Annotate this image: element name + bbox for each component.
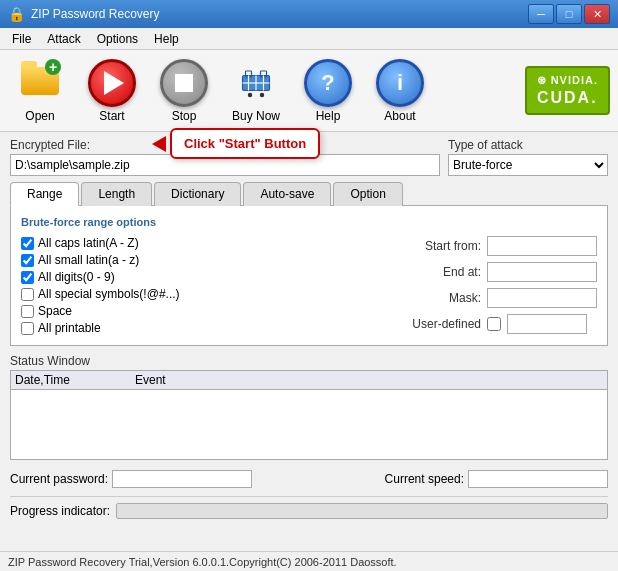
range-section-label: Brute-force range options (21, 216, 597, 228)
folder-tab-icon (21, 61, 37, 67)
checkbox-small-label: All small latin(a - z) (38, 253, 139, 267)
svg-point-7 (248, 92, 253, 97)
end-at-row: End at: (411, 262, 597, 282)
buynow-label: Buy Now (232, 109, 280, 123)
current-speed-value[interactable] (468, 470, 608, 488)
current-password-field: Current password: (10, 470, 252, 488)
tab-dictionary[interactable]: Dictionary (154, 182, 241, 206)
current-speed-label: Current speed: (385, 472, 464, 486)
app-icon: 🔒 (8, 6, 25, 22)
tab-autosave[interactable]: Auto-save (243, 182, 331, 206)
close-button[interactable]: ✕ (584, 4, 610, 24)
open-button[interactable]: + Open (8, 55, 72, 127)
checkbox-small-input[interactable] (21, 254, 34, 267)
toolbar: + Open Start Stop (0, 50, 618, 132)
end-at-input[interactable] (487, 262, 597, 282)
tooltip-text: Click "Start" Button (184, 136, 306, 151)
checkbox-printable-label: All printable (38, 321, 101, 335)
nvidia-text: ⊛ NVIDIA. (537, 74, 598, 87)
status-bar: ZIP Password Recovery Trial,Version 6.0.… (0, 551, 618, 571)
stop-square-icon (175, 74, 193, 92)
range-fields: Start from: End at: Mask: User-defined (411, 236, 597, 335)
about-button[interactable]: i About (368, 55, 432, 127)
maximize-button[interactable]: □ (556, 4, 582, 24)
attack-type-select[interactable]: Brute-force Dictionary Smart (448, 154, 608, 176)
checkbox-space-input[interactable] (21, 305, 34, 318)
cart-icon (232, 59, 280, 107)
checkbox-caps-input[interactable] (21, 237, 34, 250)
checkbox-caps-label: All caps latin(A - Z) (38, 236, 139, 250)
user-defined-input[interactable] (507, 314, 587, 334)
nvidia-badge: ⊛ NVIDIA. CUDA. (525, 66, 610, 114)
status-bar-text: ZIP Password Recovery Trial,Version 6.0.… (8, 556, 397, 568)
status-section: Status Window Date,Time Event (10, 354, 608, 460)
about-label: About (384, 109, 415, 123)
status-table-header: Date,Time Event (11, 371, 607, 390)
checkbox-special: All special symbols(!@#...) (21, 287, 391, 301)
window-controls: ─ □ ✕ (528, 4, 610, 24)
tab-bar: Range Length Dictionary Auto-save Option (10, 182, 608, 206)
checkbox-printable-input[interactable] (21, 322, 34, 335)
checkbox-space-label: Space (38, 304, 72, 318)
checkbox-space: Space (21, 304, 391, 318)
checkbox-small: All small latin(a - z) (21, 253, 391, 267)
user-defined-row: User-defined (411, 314, 597, 334)
tab-range[interactable]: Range (10, 182, 79, 206)
user-defined-checkbox[interactable] (487, 317, 501, 331)
menu-attack[interactable]: Attack (39, 30, 88, 48)
current-speed-field: Current speed: (385, 470, 608, 488)
title-bar: 🔒 ZIP Password Recovery ─ □ ✕ (0, 0, 618, 28)
mask-input[interactable] (487, 288, 597, 308)
checkbox-digits: All digits(0 - 9) (21, 270, 391, 284)
about-icon: i (376, 59, 424, 107)
checkbox-group: All caps latin(A - Z) All small latin(a … (21, 236, 391, 335)
help-label: Help (316, 109, 341, 123)
end-at-label: End at: (411, 265, 481, 279)
menu-bar: File Attack Options Help (0, 28, 618, 50)
tab-length[interactable]: Length (81, 182, 152, 206)
stop-button[interactable]: Stop (152, 55, 216, 127)
start-from-label: Start from: (411, 239, 481, 253)
stop-label: Stop (172, 109, 197, 123)
progress-row: Progress indicator: (10, 496, 608, 519)
checkbox-digits-label: All digits(0 - 9) (38, 270, 115, 284)
buynow-button[interactable]: Buy Now (224, 55, 288, 127)
current-password-value[interactable] (112, 470, 252, 488)
progress-label: Progress indicator: (10, 504, 110, 518)
open-icon: + (16, 59, 64, 107)
checkbox-special-input[interactable] (21, 288, 34, 301)
user-defined-label: User-defined (411, 317, 481, 331)
mask-row: Mask: (411, 288, 597, 308)
svg-point-8 (260, 92, 265, 97)
status-table: Date,Time Event (10, 370, 608, 460)
open-label: Open (25, 109, 54, 123)
folder-plus-icon: + (45, 59, 61, 75)
start-button[interactable]: Start (80, 55, 144, 127)
start-from-input[interactable] (487, 236, 597, 256)
tooltip-arrow (152, 136, 166, 152)
status-window-label: Status Window (10, 354, 608, 368)
menu-options[interactable]: Options (89, 30, 146, 48)
tab-option[interactable]: Option (333, 182, 402, 206)
checkbox-printable: All printable (21, 321, 391, 335)
help-button[interactable]: ? Help (296, 55, 360, 127)
checkbox-caps: All caps latin(A - Z) (21, 236, 391, 250)
start-from-row: Start from: (411, 236, 597, 256)
mask-label: Mask: (411, 291, 481, 305)
file-row: Encrypted File: Type of attack Brute-for… (10, 138, 608, 176)
help-icon: ? (304, 59, 352, 107)
menu-help[interactable]: Help (146, 30, 187, 48)
current-password-label: Current password: (10, 472, 108, 486)
bottom-fields: Current password: Current speed: (10, 466, 608, 492)
stop-icon (160, 59, 208, 107)
play-triangle-icon (104, 71, 124, 95)
menu-file[interactable]: File (4, 30, 39, 48)
progress-bar-track (116, 503, 608, 519)
status-col-date-header: Date,Time (15, 373, 135, 387)
checkbox-special-label: All special symbols(!@#...) (38, 287, 180, 301)
tab-panel-range: Brute-force range options All caps latin… (10, 205, 608, 346)
minimize-button[interactable]: ─ (528, 4, 554, 24)
status-col-event-header: Event (135, 373, 603, 387)
checkbox-digits-input[interactable] (21, 271, 34, 284)
cuda-text: CUDA. (537, 88, 598, 107)
